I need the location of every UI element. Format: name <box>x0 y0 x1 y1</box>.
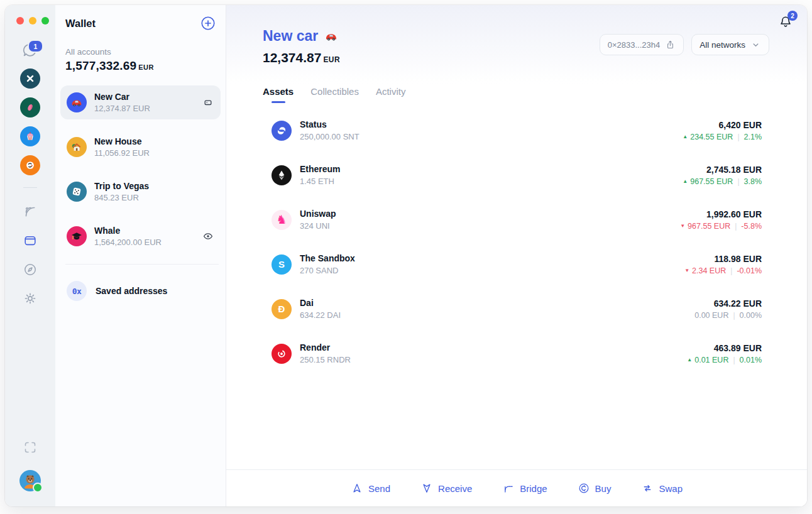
share-icon <box>665 40 676 50</box>
messages-badge: 1 <box>28 40 43 53</box>
receive-button[interactable]: Receive <box>420 482 472 495</box>
asset-amount: 634.22 DAI <box>300 310 341 320</box>
send-icon <box>351 482 363 495</box>
wallet-app-window: 1 Wallet All accounts 1,577,332.69EUR <box>5 5 807 506</box>
buy-button[interactable]: Buy <box>578 482 612 495</box>
all-accounts-label: All accounts <box>65 47 216 57</box>
asset-change: ▲ 0.01 EUR | 0.01% <box>687 356 762 364</box>
asset-fiat-value: 2,745.18 EUR <box>706 165 762 175</box>
doodle-community-avatar[interactable] <box>20 155 40 175</box>
account-name: Whale <box>94 226 162 236</box>
card-icon <box>202 96 214 109</box>
bridge-icon <box>502 482 515 495</box>
the-sandbox-token-icon: S <box>272 254 292 275</box>
account-list-item[interactable]: New House 11,056.92 EUR <box>60 130 221 164</box>
action-bar: Send Receive Bridge Buy Swap <box>226 469 807 506</box>
minimize-window-button[interactable] <box>29 17 36 25</box>
change-arrow-icon: ▲ <box>683 178 688 184</box>
eye-icon <box>202 230 214 243</box>
asset-name: The Sandbox <box>300 253 355 263</box>
x-community-avatar[interactable] <box>20 68 40 89</box>
online-status-dot <box>33 483 43 493</box>
car-emoji-icon <box>324 29 339 44</box>
account-balance: 11,056.92 EUR <box>94 148 150 158</box>
community-avatars <box>20 68 40 175</box>
asset-list: Status 250,000.00 SNT 6,420 EUR ▲ 234.55… <box>261 108 772 376</box>
account-balance: 12,374.87 EUR <box>94 104 150 113</box>
tab-collectibles[interactable]: Collectibles <box>310 86 359 103</box>
change-arrow-icon: ▲ <box>683 134 688 139</box>
bridge-button[interactable]: Bridge <box>502 482 547 495</box>
asset-row[interactable]: Ethereum 1.45 ETH 2,745.18 EUR ▲ 967.55 … <box>261 153 772 197</box>
add-account-button[interactable] <box>200 15 216 31</box>
browser-compass-icon[interactable] <box>23 262 38 277</box>
render-token-icon <box>272 344 292 364</box>
saved-addresses-item[interactable]: 0x Saved addresses <box>65 278 216 303</box>
status-token-icon <box>272 121 292 141</box>
uniswap-token-icon: ♞ <box>272 210 292 230</box>
swap-icon <box>641 482 654 495</box>
asset-change: ▼ 2.34 EUR | -0.01% <box>684 266 762 275</box>
sidebar-divider <box>65 264 219 265</box>
account-list: New Car 12,374.87 EUR New House 11,056.9… <box>65 85 216 253</box>
account-list-item[interactable]: Whale 1,564,200.00 EUR <box>60 219 221 253</box>
asset-row[interactable]: ♞ Uniswap 324 UNI 1,992.60 EUR ▼ 967.55 … <box>261 197 772 242</box>
asset-name: Ethereum <box>300 164 341 174</box>
asset-fiat-value: 634.22 EUR <box>714 298 762 309</box>
asset-name: Render <box>300 342 351 353</box>
asset-amount: 270 SAND <box>300 266 355 275</box>
swap-button[interactable]: Swap <box>641 482 683 495</box>
asset-change: ▲ 234.55 EUR | 2.1% <box>683 133 762 141</box>
account-name: Trip to Vegas <box>94 181 149 191</box>
asset-row[interactable]: Status 250,000.00 SNT 6,420 EUR ▲ 234.55… <box>261 108 772 153</box>
change-arrow-icon: ▲ <box>687 357 692 363</box>
receive-icon <box>420 482 433 495</box>
qr-scan-icon[interactable] <box>23 440 38 455</box>
0x-icon: 0x <box>67 281 87 301</box>
account-avatar <box>67 182 87 202</box>
address-chip[interactable]: 0×2833...23h4 <box>600 34 684 55</box>
user-avatar[interactable] <box>19 470 41 491</box>
notifications-bell-icon[interactable]: 2 <box>778 14 793 30</box>
petal-community-avatar[interactable] <box>20 97 40 118</box>
wallet-sidebar: Wallet All accounts 1,577,332.69EUR New … <box>55 5 226 506</box>
asset-name: Status <box>300 119 359 129</box>
change-arrow-icon: ▼ <box>684 268 689 273</box>
account-balance: 845.23 EUR <box>94 193 149 202</box>
tab-bar: AssetsCollectiblesActivity <box>226 86 807 103</box>
zoom-window-button[interactable] <box>41 17 49 25</box>
account-name: New House <box>94 136 150 146</box>
asset-fiat-value: 118.98 EUR <box>715 254 762 264</box>
account-detail-panel: 2 0×2833...23h4 All networks New car <box>226 5 807 506</box>
asset-name: Uniswap <box>300 209 336 219</box>
cupcake-community-avatar[interactable] <box>20 126 40 146</box>
settings-gear-icon[interactable] <box>23 291 38 306</box>
wallet-icon[interactable] <box>23 233 38 248</box>
asset-row[interactable]: Render 250.15 RNDR 463.89 EUR ▲ 0.01 EUR… <box>261 331 772 376</box>
send-button[interactable]: Send <box>351 482 390 495</box>
close-window-button[interactable] <box>16 17 24 25</box>
asset-change: ▲ 967.55 EUR | 3.8% <box>683 177 762 186</box>
account-avatar <box>67 226 87 246</box>
buy-icon <box>578 482 590 495</box>
sidebar-title: Wallet <box>65 18 96 30</box>
asset-amount: 1.45 ETH <box>300 177 341 186</box>
account-list-item[interactable]: New Car 12,374.87 EUR <box>60 85 221 119</box>
tab-assets[interactable]: Assets <box>263 86 294 103</box>
messages-icon[interactable]: 1 <box>22 42 38 58</box>
navigation-rail: 1 <box>5 5 55 506</box>
tab-activity[interactable]: Activity <box>376 86 406 103</box>
communities-icon[interactable] <box>23 204 38 219</box>
notifications-badge: 2 <box>787 11 798 21</box>
asset-row[interactable]: Ð Dai 634.22 DAI 634.22 EUR 0.00 EUR | 0… <box>261 287 772 331</box>
change-arrow-icon: ▼ <box>680 223 685 229</box>
network-selector[interactable]: All networks <box>691 34 769 55</box>
account-avatar <box>67 137 87 157</box>
asset-fiat-value: 463.89 EUR <box>714 343 762 353</box>
asset-row[interactable]: S The Sandbox 270 SAND 118.98 EUR ▼ 2.34… <box>261 242 772 287</box>
screen: 1 Wallet All accounts 1,577,332.69EUR <box>0 0 812 514</box>
account-list-item[interactable]: Trip to Vegas 845.23 EUR <box>60 175 221 209</box>
total-balance: 1,577,332.69EUR <box>65 59 216 73</box>
dai-token-icon: Ð <box>272 299 292 319</box>
chevron-down-icon <box>750 40 761 50</box>
